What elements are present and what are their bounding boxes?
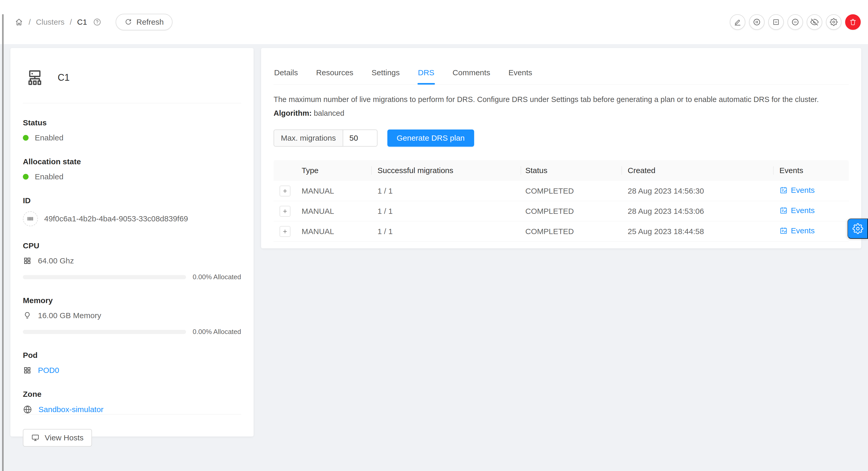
eye-slash-icon [810, 18, 819, 26]
schedule-icon [779, 206, 788, 214]
cluster-icon [26, 68, 44, 87]
pause-circle-icon [753, 18, 761, 26]
refresh-button[interactable]: Refresh [116, 14, 173, 30]
tab-details[interactable]: Details [274, 62, 299, 85]
breadcrumb-item-clusters[interactable]: Clusters [36, 18, 64, 27]
cell-status: COMPLETED [521, 187, 621, 195]
col-status: Status [521, 166, 621, 175]
events-link-label: Events [791, 206, 815, 215]
algorithm-line: Algorithm: balanced [274, 109, 849, 117]
pod-label: Pod [23, 351, 241, 360]
memory-allocated-label: 0.00% Allocated [193, 328, 241, 336]
events-link[interactable]: Events [779, 206, 815, 215]
hide-button[interactable] [807, 14, 822, 30]
cpu-value: 64.00 Ghz [38, 257, 74, 265]
max-migrations-group: Max. migrations [274, 130, 377, 147]
home-icon[interactable] [14, 18, 23, 27]
view-hosts-button[interactable]: View Hosts [23, 429, 92, 447]
schedule-icon [779, 186, 788, 194]
help-icon[interactable] [93, 18, 101, 27]
section-cpu: CPU 64.00 Ghz 0.00% Allocated [23, 241, 241, 281]
info-card-footer: View Hosts [23, 414, 241, 447]
pause-button[interactable] [749, 14, 765, 30]
status-dot [23, 135, 29, 141]
status-value: Enabled [35, 133, 63, 142]
col-events: Events [773, 166, 849, 175]
pod-link[interactable]: POD0 [38, 366, 59, 375]
collapsed-sidebar-edge [2, 14, 4, 471]
cpu-grid-icon [23, 257, 32, 265]
breadcrumb: / Clusters / C1 Refresh [14, 14, 173, 30]
table-row: MANUAL 1 / 1 COMPLETED 28 Aug 2023 14:56… [274, 181, 849, 201]
cell-status: COMPLETED [521, 207, 621, 216]
section-allocation-state: Allocation state Enabled [23, 157, 241, 181]
plus-icon [282, 208, 288, 214]
tab-drs[interactable]: DRS [417, 62, 435, 85]
expand-row-button[interactable] [280, 226, 290, 237]
max-migrations-input[interactable] [343, 130, 377, 146]
disable-button[interactable] [787, 14, 803, 30]
section-zone: Zone Sandbox-simulator [23, 390, 241, 414]
barcode-icon [23, 211, 38, 226]
id-value: 49f0c6a1-4b2b-4ba4-9053-33c08d839f69 [44, 214, 188, 223]
plus-icon [282, 228, 288, 235]
cpu-allocated-label: 0.00% Allocated [193, 273, 241, 281]
tab-comments[interactable]: Comments [452, 62, 491, 85]
cell-type: MANUAL [297, 207, 371, 216]
col-type: Type [297, 166, 371, 175]
divider [23, 103, 241, 103]
cell-created: 28 Aug 2023 14:53:06 [621, 207, 773, 216]
events-link-label: Events [791, 226, 815, 235]
section-id: ID 49f0c6a1-4b2b-4ba4-9053-33c08d839f69 [23, 196, 241, 226]
top-header: / Clusters / C1 Refresh [0, 0, 868, 44]
refresh-label: Refresh [136, 18, 164, 27]
delete-button[interactable] [845, 14, 861, 30]
allocation-state-label: Allocation state [23, 157, 241, 166]
settings-button[interactable] [826, 14, 841, 30]
memory-label: Memory [23, 296, 241, 305]
tab-events[interactable]: Events [508, 62, 533, 85]
floating-settings-button[interactable] [847, 218, 868, 239]
allocation-state-value: Enabled [35, 172, 63, 181]
header-actions [730, 14, 861, 30]
cell-type: MANUAL [297, 227, 371, 236]
table-header: Type Successful migrations Status Create… [274, 160, 849, 181]
cell-migrations: 1 / 1 [371, 187, 521, 195]
cluster-title-row: C1 [23, 60, 241, 103]
memory-value: 16.00 GB Memory [38, 311, 101, 320]
algorithm-value: balanced [314, 109, 344, 117]
zone-label: Zone [23, 390, 241, 399]
plus-icon [282, 188, 288, 194]
tab-resources[interactable]: Resources [316, 62, 354, 85]
table-row: MANUAL 1 / 1 COMPLETED 28 Aug 2023 14:53… [274, 201, 849, 221]
section-pod: Pod POD0 [23, 351, 241, 375]
circle-minus-icon [791, 18, 799, 26]
events-link[interactable]: Events [779, 186, 815, 195]
breadcrumb-separator: / [70, 18, 72, 27]
events-link-label: Events [791, 186, 815, 195]
cell-type: MANUAL [297, 187, 371, 195]
gear-icon [830, 18, 838, 26]
drs-plans-table: Type Successful migrations Status Create… [274, 160, 849, 242]
events-link[interactable]: Events [779, 226, 815, 235]
tab-bar: Details Resources Settings DRS Comments … [274, 48, 849, 85]
cell-migrations: 1 / 1 [371, 207, 521, 216]
expand-row-button[interactable] [280, 186, 290, 196]
zone-link[interactable]: Sandbox-simulator [38, 405, 103, 414]
breadcrumb-separator: / [29, 18, 31, 27]
view-hosts-label: View Hosts [45, 433, 84, 442]
section-memory: Memory 16.00 GB Memory 0.00% Allocated [23, 296, 241, 336]
expand-row-button[interactable] [280, 206, 290, 217]
col-successful-migrations: Successful migrations [371, 166, 521, 175]
edit-button[interactable] [730, 14, 745, 30]
tab-settings[interactable]: Settings [371, 62, 400, 85]
section-status: Status Enabled [23, 118, 241, 142]
trash-icon [849, 18, 857, 26]
monitor-icon [31, 434, 39, 442]
allocation-state-dot [23, 174, 29, 179]
col-created: Created [621, 166, 773, 175]
cell-created: 28 Aug 2023 14:56:30 [621, 187, 773, 195]
unmanage-button[interactable] [768, 14, 784, 30]
schedule-icon [779, 227, 788, 235]
generate-drs-plan-button[interactable]: Generate DRS plan [388, 130, 474, 147]
